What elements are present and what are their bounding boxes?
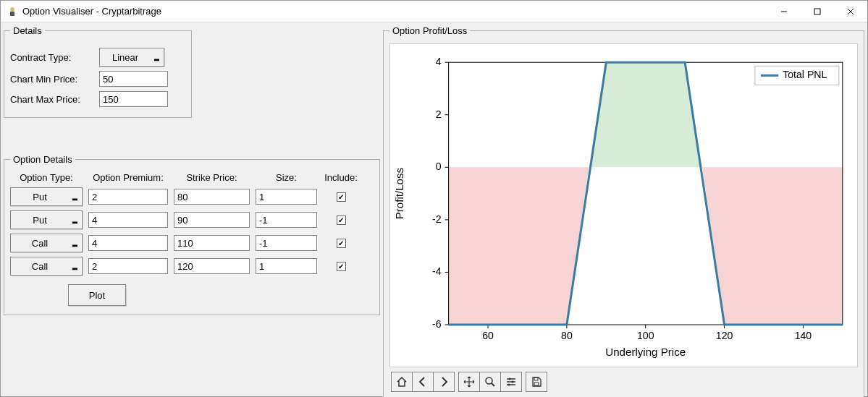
option-details-group: Option Details Option Type: Option Premi… <box>4 154 380 315</box>
y-tick-label: 4 <box>436 56 442 67</box>
option-row: Call▂✔ <box>10 234 374 252</box>
x-axis-label: Underlying Price <box>605 346 686 358</box>
premium-input[interactable] <box>88 258 168 274</box>
svg-point-25 <box>509 378 511 380</box>
include-checkbox[interactable]: ✔ <box>337 239 346 248</box>
svg-point-0 <box>10 7 14 12</box>
pan-button[interactable] <box>458 372 480 392</box>
back-button[interactable] <box>412 372 434 392</box>
chart-min-label: Chart Min Price: <box>10 74 93 85</box>
profit-loss-legend: Option Profit/Loss <box>389 25 470 36</box>
option-type-dropdown[interactable]: Put▂ <box>10 187 83 206</box>
chart-max-input[interactable] <box>99 91 168 107</box>
include-checkbox[interactable]: ✔ <box>337 192 346 202</box>
header-size: Size: <box>256 172 317 183</box>
option-row: Call▂✔ <box>10 257 374 276</box>
size-input[interactable] <box>256 235 317 251</box>
svg-point-27 <box>512 381 514 383</box>
y-axis-label: Profit/Loss <box>393 167 405 219</box>
svg-rect-3 <box>814 9 820 14</box>
x-tick-label: 140 <box>795 330 812 341</box>
svg-point-29 <box>508 384 510 386</box>
x-tick-label: 100 <box>637 330 654 341</box>
minimize-button[interactable] <box>767 1 801 22</box>
option-row: Put▂✔ <box>10 210 374 229</box>
size-input[interactable] <box>256 258 317 274</box>
option-type-dropdown[interactable]: Call▂ <box>10 257 83 276</box>
option-type-dropdown[interactable]: Call▂ <box>10 234 83 252</box>
include-checkbox[interactable]: ✔ <box>337 215 346 225</box>
chevron-down-icon: ▂ <box>72 239 77 247</box>
svg-marker-6 <box>449 167 589 325</box>
include-checkbox[interactable]: ✔ <box>337 262 346 271</box>
details-legend: Details <box>10 25 45 36</box>
plot-button[interactable]: Plot <box>68 284 126 306</box>
size-input[interactable] <box>256 189 317 205</box>
chart-min-input[interactable] <box>99 71 168 87</box>
chart-svg: -6-4-20246080100120140Underlying PricePr… <box>390 44 857 364</box>
content: Details Contract Type: Linear ▂ Chart Mi… <box>1 22 867 397</box>
option-row: Put▂✔ <box>10 187 374 206</box>
matplotlib-toolbar <box>389 370 858 393</box>
x-tick-label: 80 <box>561 330 573 341</box>
window-title: Option Visualiser - Cryptarbitrage <box>22 6 767 17</box>
forward-button[interactable] <box>433 372 455 392</box>
strike-input[interactable] <box>174 212 250 228</box>
chevron-down-icon: ▂ <box>72 216 77 223</box>
y-tick-label: -2 <box>432 213 442 225</box>
legend-label: Total PNL <box>783 69 827 80</box>
plot-button-label: Plot <box>89 290 105 301</box>
titlebar: Option Visualiser - Cryptarbitrage <box>1 1 867 22</box>
maximize-button[interactable] <box>801 1 834 22</box>
contract-type-value: Linear <box>112 52 138 63</box>
option-type-value: Put <box>33 192 47 202</box>
y-tick-label: 0 <box>436 161 442 172</box>
option-details-header: Option Type: Option Premium: Strike Pric… <box>10 172 374 183</box>
premium-input[interactable] <box>88 235 168 251</box>
header-strike: Strike Price: <box>174 172 250 183</box>
window-controls <box>767 1 867 22</box>
header-include: Include: <box>323 172 359 183</box>
premium-input[interactable] <box>88 212 168 228</box>
chart-area: -6-4-20246080100120140Underlying PricePr… <box>389 43 858 367</box>
svg-line-23 <box>492 383 494 386</box>
option-type-value: Call <box>32 238 48 249</box>
svg-rect-31 <box>534 383 539 385</box>
home-button[interactable] <box>391 372 413 392</box>
chevron-down-icon: ▂ <box>72 193 77 200</box>
option-type-dropdown[interactable]: Put▂ <box>10 210 83 229</box>
strike-input[interactable] <box>174 189 250 205</box>
strike-input[interactable] <box>174 258 250 274</box>
option-type-value: Call <box>32 261 48 272</box>
left-column: Details Contract Type: Linear ▂ Chart Mi… <box>4 25 380 397</box>
right-column: Option Profit/Loss -6-4-2024608010012014… <box>383 25 864 397</box>
svg-marker-7 <box>589 62 702 167</box>
y-tick-label: 2 <box>436 108 442 120</box>
chart-max-label: Chart Max Price: <box>10 94 93 105</box>
chevron-down-icon: ▂ <box>154 54 159 61</box>
header-type: Option Type: <box>10 172 83 183</box>
svg-point-22 <box>486 377 492 384</box>
svg-rect-1 <box>10 12 14 16</box>
app-icon <box>7 6 18 17</box>
premium-input[interactable] <box>88 189 168 205</box>
size-input[interactable] <box>256 212 317 228</box>
x-tick-label: 120 <box>716 330 733 341</box>
configure-button[interactable] <box>500 372 522 392</box>
svg-marker-8 <box>702 167 843 325</box>
chevron-down-icon: ▂ <box>72 262 77 270</box>
option-type-value: Put <box>33 215 47 226</box>
close-button[interactable] <box>834 1 867 22</box>
y-tick-label: -6 <box>432 318 442 330</box>
profit-loss-group: Option Profit/Loss -6-4-2024608010012014… <box>383 25 864 397</box>
option-details-legend: Option Details <box>10 154 75 165</box>
contract-type-dropdown[interactable]: Linear ▂ <box>99 48 164 67</box>
zoom-button[interactable] <box>479 372 501 392</box>
header-premium: Option Premium: <box>88 172 168 183</box>
app-window: Option Visualiser - Cryptarbitrage Detai… <box>0 0 868 397</box>
save-button[interactable] <box>526 372 547 392</box>
y-tick-label: -4 <box>432 265 442 277</box>
strike-input[interactable] <box>174 235 250 251</box>
details-group: Details Contract Type: Linear ▂ Chart Mi… <box>4 25 192 118</box>
contract-type-label: Contract Type: <box>10 52 93 63</box>
